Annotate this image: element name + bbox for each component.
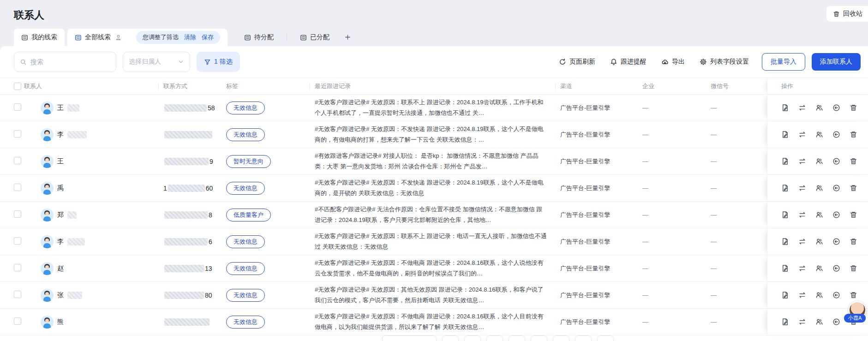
page-size-select[interactable] [382, 335, 437, 341]
row-checkbox[interactable] [14, 130, 21, 138]
transfer-icon[interactable] [798, 131, 806, 138]
search-input[interactable] [30, 58, 110, 66]
add-contact-button[interactable]: 添加联系人 [812, 53, 861, 71]
tag-pill: 无效信息 [226, 289, 265, 302]
row-checkbox[interactable] [14, 237, 21, 245]
contact-cell[interactable]: 张 [24, 289, 163, 302]
write-record-icon[interactable] [781, 104, 789, 112]
export-button[interactable]: 导出 [661, 58, 685, 66]
tab-assigned[interactable]: 已分配 [293, 29, 337, 46]
return-icon[interactable] [832, 211, 840, 219]
assign-people-icon[interactable] [815, 238, 823, 245]
return-icon[interactable] [832, 157, 840, 165]
refresh-button[interactable]: 页面刷新 [559, 58, 595, 66]
page-button[interactable] [531, 335, 547, 341]
delete-icon[interactable] [850, 184, 857, 192]
row-checkbox[interactable] [14, 264, 21, 271]
transfer-icon[interactable] [798, 264, 806, 272]
delete-icon[interactable] [850, 157, 857, 165]
contact-cell[interactable]: 王 [24, 102, 163, 114]
return-icon[interactable] [832, 131, 840, 138]
transfer-icon[interactable] [798, 291, 806, 299]
row-checkbox[interactable] [14, 157, 21, 164]
contact-cell[interactable]: 王 [24, 155, 163, 168]
filter-count-chip[interactable]: 1 筛选 [197, 52, 240, 72]
delete-icon[interactable] [850, 291, 857, 299]
contact-cell[interactable]: 熊 [24, 316, 163, 329]
chevron-down-icon [178, 59, 184, 65]
follow-up-reminder-button[interactable]: 跟进提醒 [610, 58, 647, 66]
batch-import-button[interactable]: 批量导入 [762, 53, 805, 71]
contact-cell[interactable]: 郑 [24, 209, 163, 221]
assign-people-icon[interactable] [815, 264, 823, 272]
write-record-icon[interactable] [781, 264, 789, 272]
row-actions [767, 175, 868, 201]
recycle-bin-button[interactable]: 回收站 [826, 6, 868, 22]
transfer-icon[interactable] [798, 184, 806, 192]
add-tab-button[interactable] [344, 34, 351, 42]
return-icon[interactable] [832, 238, 840, 245]
transfer-icon[interactable] [798, 238, 806, 245]
filter-clear-link[interactable]: 清除 [184, 33, 196, 42]
list-fields-settings-button[interactable]: 列表字段设置 [700, 58, 749, 66]
assign-people-icon[interactable] [815, 184, 823, 192]
delete-icon[interactable] [850, 131, 857, 138]
drag-dots-icon[interactable] [126, 34, 132, 41]
select-all-checkbox[interactable] [14, 83, 21, 90]
delete-icon[interactable] [850, 264, 857, 272]
tag-pill: 无效信息 [226, 128, 265, 141]
contact-cell[interactable]: 赵 [24, 262, 163, 275]
write-record-icon[interactable] [781, 318, 789, 326]
page-button[interactable] [509, 335, 525, 341]
search-box[interactable] [14, 52, 116, 72]
assistant-widget[interactable]: 小霞A [847, 301, 867, 319]
return-icon[interactable] [832, 104, 840, 112]
assign-people-icon[interactable] [815, 291, 823, 299]
tab-all-leads[interactable]: 全部线索 您调整了筛选 清除 保存 [67, 29, 227, 46]
filter-save-link[interactable]: 保存 [202, 33, 214, 42]
transfer-icon[interactable] [798, 157, 806, 165]
page-button[interactable] [575, 335, 592, 341]
transfer-icon[interactable] [798, 104, 806, 112]
tab-my-leads[interactable]: 我的线索 [14, 29, 65, 46]
delete-icon[interactable] [850, 104, 857, 112]
row-checkbox[interactable] [14, 317, 21, 325]
owner-person-icon[interactable] [115, 34, 122, 41]
row-checkbox[interactable] [14, 184, 21, 191]
transfer-icon[interactable] [798, 211, 806, 219]
transfer-icon[interactable] [798, 318, 806, 326]
delete-icon[interactable] [850, 211, 857, 219]
table-row: 李 6 无效信息 #无效客户跟进记录# 无效原因：联系不上 跟进记录：电话一直无… [0, 228, 868, 255]
contact-cell[interactable]: 禹 [24, 182, 163, 195]
assign-people-icon[interactable] [815, 318, 823, 326]
tag-pill: 低质量客户 [226, 209, 271, 221]
owner-select[interactable]: 选择归属人 [123, 52, 190, 72]
delete-icon[interactable] [850, 238, 857, 245]
return-icon[interactable] [832, 318, 840, 326]
write-record-icon[interactable] [781, 211, 789, 219]
page-button[interactable] [597, 335, 614, 341]
row-checkbox[interactable] [14, 291, 21, 298]
row-checkbox[interactable] [14, 210, 21, 218]
page-button[interactable] [553, 335, 569, 341]
contact-cell[interactable]: 李 [24, 235, 163, 248]
contact-cell[interactable]: 李 [24, 128, 163, 141]
page-button[interactable] [442, 335, 459, 341]
return-icon[interactable] [832, 291, 840, 299]
tab-pending[interactable]: 待分配 [237, 29, 281, 46]
assign-people-icon[interactable] [815, 131, 823, 138]
write-record-icon[interactable] [781, 131, 789, 138]
return-icon[interactable] [832, 264, 840, 272]
write-record-icon[interactable] [781, 157, 789, 165]
row-checkbox[interactable] [14, 103, 21, 111]
return-icon[interactable] [832, 184, 840, 192]
write-record-icon[interactable] [781, 184, 789, 192]
assign-people-icon[interactable] [815, 211, 823, 219]
write-record-icon[interactable] [781, 238, 789, 245]
page-button[interactable] [486, 335, 503, 341]
assign-people-icon[interactable] [815, 157, 823, 165]
assign-people-icon[interactable] [815, 104, 823, 112]
contact-name: 赵 [57, 264, 64, 273]
page-button[interactable] [464, 335, 481, 341]
write-record-icon[interactable] [781, 291, 789, 299]
